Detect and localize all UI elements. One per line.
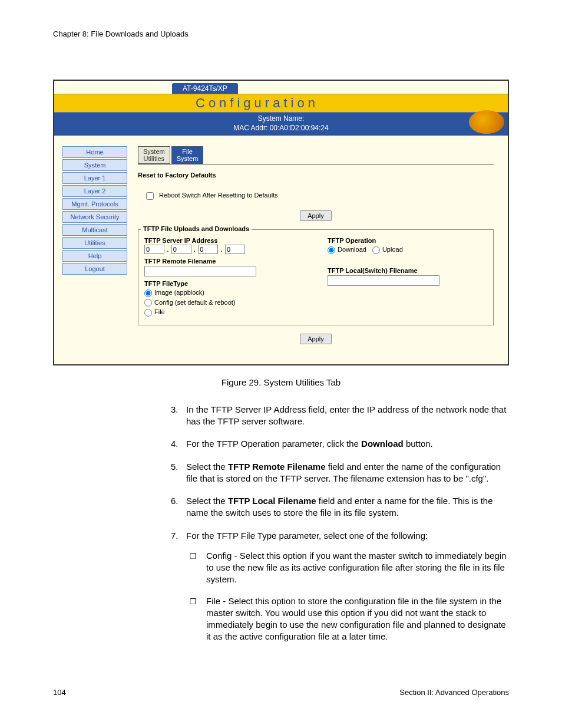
system-info-bar: System Name: MAC Addr: 00:A0:D2:00:94:24 [54,113,508,136]
tftp-ip-row: . . . [144,244,304,254]
instruction-step: 6.Select the TFTP Local Filename field a… [171,495,509,519]
nav-item-layer-2[interactable]: Layer 2 [62,185,127,197]
tftp-ip-label: TFTP Server IP Address [144,237,304,244]
ip-octet-3[interactable] [198,245,218,254]
instruction-step: 7.For the TFTP File Type parameter, sele… [171,530,509,653]
tab-file-system[interactable]: FileSystem [171,146,204,164]
nav-item-system[interactable]: System [62,159,127,171]
instruction-sub-item: ❐Config - Select this option if you want… [186,550,509,586]
reset-heading: Reset to Factory Defaults [138,172,494,179]
nav-item-help[interactable]: Help [62,250,127,262]
sidebar-nav: HomeSystemLayer 1Layer 2Mgmt. ProtocolsN… [62,146,127,353]
nav-item-mgmt-protocols[interactable]: Mgmt. Protocols [62,198,127,210]
ip-octet-2[interactable] [171,245,191,254]
nav-item-utilities[interactable]: Utilities [62,237,127,249]
ip-octet-4[interactable] [225,245,245,254]
instruction-step: 3.In the TFTP Server IP Address field, e… [171,404,509,428]
operation-option[interactable]: Download [328,246,366,253]
nav-item-layer-1[interactable]: Layer 1 [62,172,127,184]
tftp-legend: TFTP File Uploads and Downloads [141,225,252,232]
apply-button-reset[interactable]: Apply [300,210,332,221]
tftp-remote-label: TFTP Remote Filename [144,258,304,265]
instruction-sub-item: ❐File - Select this option to store the … [186,595,509,643]
nav-item-logout[interactable]: Logout [62,263,127,275]
nav-item-multicast[interactable]: Multicast [62,224,127,236]
tftp-local-filename-input[interactable] [328,275,439,286]
tftp-operation-options: DownloadUpload [328,246,487,254]
reboot-checkbox[interactable] [146,192,154,200]
section-footer: Section II: Advanced Operations [399,688,509,697]
config-banner: Configuration [54,94,508,113]
page-footer: 104 Section II: Advanced Operations [53,688,509,697]
model-tab: AT-9424Ts/XP [172,83,238,94]
tftp-panel: TFTP File Uploads and Downloads TFTP Ser… [138,229,494,325]
chapter-header: Chapter 8: File Downloads and Uploads [53,29,509,38]
instruction-step: 5.Select the TFTP Remote Filename field … [171,461,509,485]
tftp-filetype-label: TFTP FileType [144,280,304,287]
tftp-operation-label: TFTP Operation [328,237,487,244]
nav-item-network-security[interactable]: Network Security [62,211,127,223]
reboot-checkbox-label: Reboot Switch After Resetting to Default… [159,192,278,199]
tab-system-utilities[interactable]: SystemUtilities [138,146,170,164]
nav-item-home[interactable]: Home [62,146,127,158]
page-number: 104 [53,688,66,697]
filetype-option[interactable]: File [144,308,304,317]
apply-button-tftp[interactable]: Apply [300,334,332,344]
figure-caption: Figure 29. System Utilities Tab [53,377,509,387]
instruction-step: 4.For the TFTP Operation parameter, clic… [171,438,509,450]
tftp-local-label: TFTP Local(Switch) Filename [328,267,487,274]
content-panel: SystemUtilities FileSystem Reset to Fact… [138,146,500,353]
instructions: 3.In the TFTP Server IP Address field, e… [171,404,509,653]
router-ui-screenshot: AT-9424Ts/XP Configuration System Name: … [53,80,509,365]
operation-option[interactable]: Upload [372,246,403,253]
filetype-option[interactable]: Image (appblock) [144,289,304,297]
vendor-logo [469,110,504,134]
tftp-filetype-options: Image (appblock)Config (set default & re… [144,289,304,317]
filetype-option[interactable]: Config (set default & reboot) [144,299,304,307]
ip-octet-1[interactable] [144,245,164,254]
reboot-checkbox-row: Reboot Switch After Resetting to Default… [138,183,494,208]
tftp-remote-filename-input[interactable] [144,266,256,276]
